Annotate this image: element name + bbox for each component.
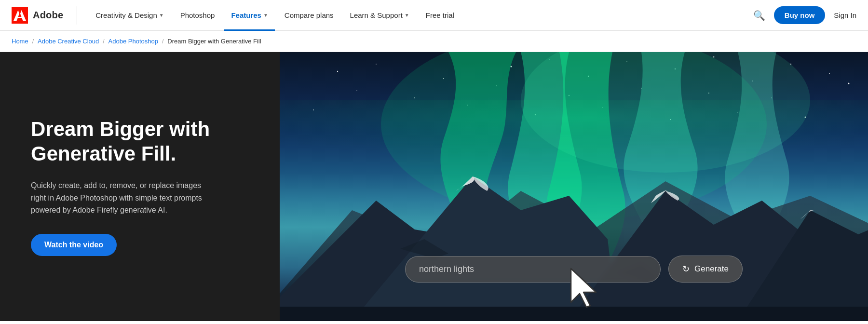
nav-learn-support[interactable]: Learn & Support ▼ [343,0,416,31]
adobe-logo-icon [12,7,28,24]
nav-creativity-design[interactable]: Creativity & Design ▼ [89,0,170,31]
sign-in-link[interactable]: Sign In [834,11,856,19]
chevron-down-icon: ▼ [263,13,268,18]
watch-video-button[interactable]: Watch the video [31,234,117,256]
navbar: Adobe Creativity & Design ▼ Photoshop Fe… [0,0,868,31]
nav-photoshop[interactable]: Photoshop [174,0,222,31]
adobe-wordmark: Adobe [33,10,63,21]
hero-content-panel: Dream Bigger with Generative Fill. Quick… [0,52,280,321]
svg-rect-30 [280,100,868,158]
buy-now-button[interactable]: Buy now [774,6,826,24]
nav-links: Creativity & Design ▼ Photoshop Features… [89,0,753,31]
breadcrumb-sep-3: / [162,38,163,45]
breadcrumb-photoshop[interactable]: Adobe Photoshop [108,38,158,45]
nav-logo[interactable]: Adobe [12,7,63,24]
nav-compare-plans[interactable]: Compare plans [278,0,340,31]
breadcrumb: Home / Adobe Creative Cloud / Adobe Phot… [0,31,868,52]
generative-fill-ui: ↻ Generate [405,256,743,283]
svg-rect-31 [280,307,868,321]
breadcrumb-sep-2: / [103,38,104,45]
hero-image-panel: ↻ Generate [280,52,868,321]
breadcrumb-creative-cloud[interactable]: Adobe Creative Cloud [38,38,99,45]
hero-section: Dream Bigger with Generative Fill. Quick… [0,52,868,321]
breadcrumb-sep-1: / [32,38,34,45]
breadcrumb-home[interactable]: Home [12,38,28,45]
nav-features[interactable]: Features ▼ [224,0,274,31]
chevron-down-icon: ▼ [405,13,409,18]
nav-free-trial[interactable]: Free trial [419,0,461,31]
nav-logo-divider [77,6,77,25]
hero-title: Dream Bigger with Generative Fill. [31,117,249,166]
generate-icon: ↻ [682,264,690,274]
aurora-background: ↻ Generate [280,52,868,321]
nav-right: 🔍 Buy now Sign In [753,6,856,24]
generate-button[interactable]: ↻ Generate [668,256,743,283]
hero-description: Quickly create, add to, remove, or repla… [31,179,204,216]
search-icon[interactable]: 🔍 [753,10,765,21]
mountains-silhouette [280,152,868,321]
generative-fill-input[interactable] [405,256,661,283]
breadcrumb-current: Dream Bigger with Generative Fill [167,38,261,45]
chevron-down-icon: ▼ [159,13,164,18]
